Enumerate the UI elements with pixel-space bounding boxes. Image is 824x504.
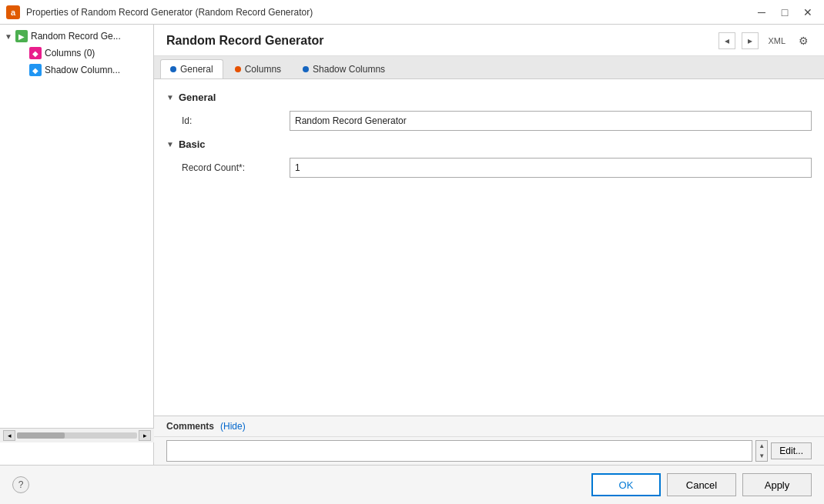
comments-input-area: ▲ ▼ Edit... (154, 436, 824, 465)
comments-bar: Comments (Hide) (154, 416, 824, 436)
titlebar: a Properties of Random Record Generator … (0, 0, 824, 25)
basic-section-header: ▼ Basic (166, 139, 812, 150)
tree-columns-label: Columns (0) (45, 48, 95, 58)
right-panel: Random Record Generator ◂ ▸ XML ⚙ Genera… (154, 25, 824, 465)
maximize-button[interactable]: □ (775, 5, 795, 20)
record-count-input[interactable] (290, 158, 812, 178)
apply-button[interactable]: Apply (742, 473, 812, 496)
tab-shadow-dot (303, 66, 309, 72)
scroll-left-btn[interactable]: ◂ (3, 430, 15, 441)
tab-general[interactable]: General (160, 59, 223, 78)
window-controls: ─ □ ✕ (752, 5, 818, 20)
spin-up-btn[interactable]: ▲ (756, 441, 767, 451)
tree-hscrollbar-area: ◂ ▸ (0, 428, 154, 442)
edit-button[interactable]: Edit... (771, 442, 812, 459)
tree-root-label: Random Record Ge... (31, 31, 121, 42)
id-input[interactable] (290, 111, 812, 131)
panel-header-actions: ◂ ▸ XML ⚙ (718, 32, 812, 49)
tree-root-item[interactable]: ▼ ▶ Random Record Ge... (0, 28, 153, 45)
comments-textarea[interactable] (166, 440, 752, 462)
gear-icon[interactable]: ⚙ (795, 32, 812, 49)
tabs-bar: General Columns Shadow Columns (154, 56, 824, 79)
ok-button[interactable]: OK (591, 473, 661, 496)
general-section-header: ▼ General (166, 92, 812, 103)
panel-header: Random Record Generator ◂ ▸ XML ⚙ (154, 25, 824, 56)
tree-shadow-icon: ◆ (29, 64, 42, 76)
comments-hide-link[interactable]: (Hide) (220, 421, 246, 432)
tree-root-icon: ▶ (15, 30, 28, 42)
window-title: Properties of Random Record Generator (R… (26, 7, 752, 18)
tab-general-dot (170, 66, 176, 72)
tree-columns-icon: ◆ (29, 47, 42, 59)
app-icon: a (6, 5, 20, 19)
button-bar: ? OK Cancel Apply (0, 465, 824, 504)
tab-shadow-columns[interactable]: Shadow Columns (293, 59, 395, 78)
tree-expand-arrow: ▼ (5, 32, 14, 41)
tree-children: ◆ Columns (0) ◆ Shadow Column... (0, 45, 153, 78)
nav-forward-button[interactable]: ▸ (742, 32, 759, 49)
close-button[interactable]: ✕ (798, 5, 818, 20)
spin-down-btn[interactable]: ▼ (756, 451, 767, 461)
help-button[interactable]: ? (12, 476, 29, 493)
tree-scrollbar[interactable] (17, 432, 137, 439)
tab-columns-label: Columns (245, 64, 281, 75)
tab-columns[interactable]: Columns (225, 59, 291, 78)
tab-columns-dot (235, 66, 241, 72)
tab-general-label: General (180, 64, 213, 75)
form-area: ▼ General Id: ▼ Basic Record Count*: (154, 79, 824, 416)
tree-panel: ▼ ▶ Random Record Ge... ◆ Columns (0) ◆ … (0, 25, 154, 465)
comments-spin-buttons: ▲ ▼ (755, 440, 768, 462)
general-section-label: General (179, 92, 216, 103)
nav-back-button[interactable]: ◂ (718, 32, 735, 49)
id-row: Id: (166, 111, 812, 131)
dialog: ▼ ▶ Random Record Ge... ◆ Columns (0) ◆ … (0, 25, 824, 504)
panel-title: Random Record Generator (166, 34, 323, 48)
record-count-row: Record Count*: (166, 158, 812, 178)
minimize-button[interactable]: ─ (752, 5, 772, 20)
tree-item-columns[interactable]: ◆ Columns (0) (14, 45, 153, 62)
id-label: Id: (182, 115, 290, 126)
dialog-content: ▼ ▶ Random Record Ge... ◆ Columns (0) ◆ … (0, 25, 824, 465)
tree-item-shadow-columns[interactable]: ◆ Shadow Column... (14, 62, 153, 78)
general-section-arrow: ▼ (166, 93, 174, 102)
comments-label: Comments (166, 421, 214, 432)
basic-section-label: Basic (179, 139, 206, 150)
tab-shadow-label: Shadow Columns (313, 64, 385, 75)
cancel-button[interactable]: Cancel (667, 473, 736, 496)
record-count-label: Record Count*: (182, 162, 290, 173)
basic-section-arrow: ▼ (166, 140, 174, 149)
tree-shadow-label: Shadow Column... (45, 65, 120, 75)
xml-button[interactable]: XML (765, 35, 789, 47)
scroll-right-btn[interactable]: ▸ (139, 430, 151, 441)
